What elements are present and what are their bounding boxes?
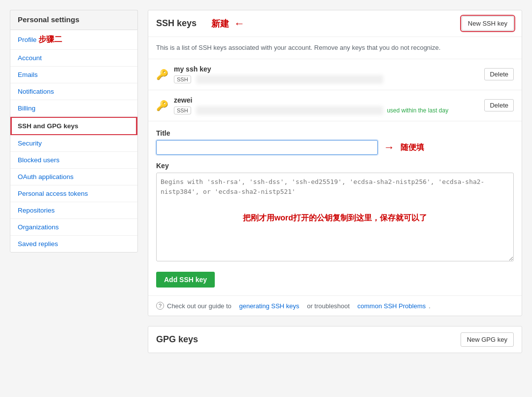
key-icon-1: 🔑 xyxy=(156,69,168,80)
sidebar-item-label: Notifications xyxy=(18,88,54,95)
add-ssh-button[interactable]: Add SSH key xyxy=(156,272,215,288)
sidebar-item-emails[interactable]: Emails xyxy=(10,67,137,83)
sidebar-nav: Profile 步骤二 Account Emails Notifications… xyxy=(10,30,138,253)
sidebar-item-label: Repositories xyxy=(18,207,55,214)
ssh-key-entry-2: 🔑 zewei SSH used within the last day Del… xyxy=(148,90,522,121)
ssh-form: Title → 随便填 Key 把刚才用word打开的公钥复制到这里，保存就可以… xyxy=(148,121,522,295)
sidebar: Personal settings Profile 步骤二 Account Em… xyxy=(10,10,138,387)
title-input[interactable] xyxy=(156,140,378,155)
new-annotation-arrow: ← xyxy=(234,17,245,30)
sidebar-item-label: Account xyxy=(18,54,42,62)
sidebar-item-label: Saved replies xyxy=(18,240,58,248)
sidebar-item-profile[interactable]: Profile 步骤二 xyxy=(10,30,137,50)
sidebar-item-label: Emails xyxy=(18,71,38,78)
sidebar-item-saved-replies[interactable]: Saved replies xyxy=(10,236,137,252)
ssh-section-subtitle: This is a list of SSH keys associated wi… xyxy=(148,37,522,59)
title-label: Title xyxy=(156,129,514,137)
ssh-section: SSH keys 新建 ← New SSH key This is a list… xyxy=(148,10,522,316)
sidebar-item-repositories[interactable]: Repositories xyxy=(10,202,137,219)
key-value-2 xyxy=(196,106,383,115)
help-text-middle: or troubleshoot xyxy=(307,302,350,310)
ssh-key-entry: 🔑 my ssh key SSH Delete xyxy=(148,59,522,90)
key-tag-1: SSH xyxy=(174,75,191,83)
sidebar-item-label: SSH and GPG keys xyxy=(18,122,78,130)
sidebar-item-label: OAuth applications xyxy=(18,173,73,180)
key-label: Key xyxy=(156,162,514,170)
key-name-1: my ssh key xyxy=(174,65,478,73)
title-form-group: Title → 随便填 xyxy=(156,129,514,155)
ssh-section-header: SSH keys 新建 ← New SSH key xyxy=(148,10,522,37)
delete-key-2-button[interactable]: Delete xyxy=(484,99,514,111)
sidebar-item-oauth[interactable]: OAuth applications xyxy=(10,169,137,185)
delete-key-1-button[interactable]: Delete xyxy=(484,68,514,80)
key-info-1: my ssh key SSH xyxy=(174,65,478,84)
key-name-2: zewei xyxy=(174,96,478,104)
sidebar-item-account[interactable]: Account xyxy=(10,50,137,67)
sidebar-item-billing[interactable]: Billing xyxy=(10,100,137,117)
help-text-after: . xyxy=(429,302,431,310)
sidebar-profile-annotation: 步骤二 xyxy=(38,35,62,43)
sidebar-item-label: Profile xyxy=(18,36,36,43)
key-details-2: SSH used within the last day xyxy=(174,106,478,115)
key-tag-2: SSH xyxy=(174,107,191,114)
key-used-2: used within the last day xyxy=(387,107,448,114)
sidebar-item-label: Organizations xyxy=(18,223,59,231)
main-content: SSH keys 新建 ← New SSH key This is a list… xyxy=(148,10,522,387)
new-annotation-label: 新建 xyxy=(211,18,229,30)
key-info-2: zewei SSH used within the last day xyxy=(174,96,478,115)
common-ssh-problems-link[interactable]: common SSH Problems xyxy=(358,302,426,310)
help-text: ? Check out our guide to generating SSH … xyxy=(148,295,522,316)
new-gpg-button[interactable]: New GPG key xyxy=(461,332,514,347)
gpg-section-title: GPG keys xyxy=(156,334,198,345)
help-text-before: Check out our guide to xyxy=(167,302,232,310)
key-textarea[interactable] xyxy=(156,173,514,261)
key-details-1: SSH xyxy=(174,75,478,84)
key-form-group: Key 把刚才用word打开的公钥复制到这里，保存就可以了 Begins wit… xyxy=(156,162,514,263)
sidebar-item-label: Personal access tokens xyxy=(18,190,88,197)
sidebar-item-security[interactable]: Security xyxy=(10,135,137,152)
new-ssh-button[interactable]: New SSH key xyxy=(462,16,514,31)
sidebar-item-label: Security xyxy=(18,140,42,147)
sidebar-item-personal-tokens[interactable]: Personal access tokens xyxy=(10,185,137,202)
key-icon-2: 🔑 xyxy=(156,100,168,111)
title-annotation: 随便填 xyxy=(400,143,424,153)
key-value-1 xyxy=(196,75,383,84)
sidebar-item-ssh-gpg[interactable]: SSH and GPG keys xyxy=(10,117,137,135)
ssh-section-title: SSH keys xyxy=(156,18,197,29)
key-textarea-wrapper: 把刚才用word打开的公钥复制到这里，保存就可以了 xyxy=(156,173,514,263)
generating-ssh-keys-link[interactable]: generating SSH keys xyxy=(239,302,299,310)
sidebar-item-notifications[interactable]: Notifications xyxy=(10,83,137,100)
ssh-title-group: SSH keys 新建 ← xyxy=(156,17,245,30)
title-input-row: → 随便填 xyxy=(156,140,514,155)
sidebar-item-label: Blocked users xyxy=(18,156,60,164)
help-icon: ? xyxy=(156,302,164,310)
sidebar-item-organizations[interactable]: Organizations xyxy=(10,219,137,236)
sidebar-title: Personal settings xyxy=(10,10,138,30)
sidebar-item-label: Billing xyxy=(18,105,35,112)
title-arrow: → xyxy=(384,141,395,154)
gpg-section-header: GPG keys New GPG key xyxy=(148,326,522,353)
sidebar-item-blocked-users[interactable]: Blocked users xyxy=(10,152,137,169)
gpg-section: GPG keys New GPG key xyxy=(148,326,522,353)
